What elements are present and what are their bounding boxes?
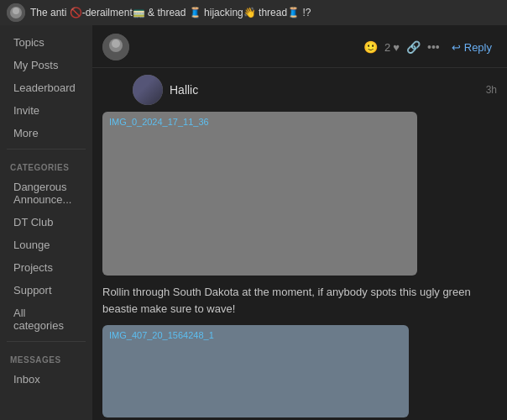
- reply-button[interactable]: ↩ Reply: [447, 39, 497, 56]
- sidebar-item-invite[interactable]: Invite: [3, 100, 89, 121]
- sidebar-item-topics[interactable]: Topics: [3, 32, 89, 53]
- heart-icon: ♥: [393, 41, 400, 54]
- post-actions: 🙂 2 ♥ 🔗 ••• ↩ Reply: [363, 39, 497, 56]
- post-image-2: IMG_407_20_1564248_1: [102, 325, 409, 417]
- avatar-image: [133, 75, 163, 105]
- sidebar-item-dangerous[interactable]: Dangerous Announce...: [3, 176, 89, 210]
- reply-label: Reply: [464, 41, 492, 54]
- hallic-avatar: [133, 75, 163, 105]
- messages-label: MESSAGES: [0, 347, 92, 367]
- like-count[interactable]: 2 ♥: [384, 41, 400, 54]
- thread-avatar: [102, 34, 129, 60]
- svg-point-2: [13, 8, 19, 14]
- sidebar-divider-2: [7, 341, 86, 342]
- reply-arrow-icon: ↩: [452, 41, 461, 54]
- sidebar: Topics My Posts Leaderboard Invite More …: [0, 25, 92, 420]
- sidebar-item-dt-club[interactable]: DT Club: [3, 212, 89, 233]
- content-area: 🙂 2 ♥ 🔗 ••• ↩ Reply Hallic 3h: [92, 25, 507, 420]
- sidebar-item-more[interactable]: More: [3, 123, 89, 144]
- sidebar-item-all-categories[interactable]: All categories: [3, 302, 89, 336]
- sidebar-item-inbox[interactable]: Inbox: [3, 369, 89, 390]
- topbar-title: The anti 🚫-derailment🚃 & thread 🧵 hijack…: [30, 7, 311, 18]
- sidebar-item-leaderboard[interactable]: Leaderboard: [3, 77, 89, 98]
- post-username: Hallic: [170, 83, 198, 97]
- post-body: Hallic 3h IMG_0_2024_17_11_36 Rollin thr…: [92, 68, 507, 420]
- post-text: Rollin through South Dakota at the momen…: [102, 284, 497, 317]
- image2-filename: IMG_407_20_1564248_1: [109, 330, 214, 340]
- main-layout: Topics My Posts Leaderboard Invite More …: [0, 25, 507, 420]
- sidebar-item-support[interactable]: Support: [3, 280, 89, 301]
- image1-filename: IMG_0_2024_17_11_36: [109, 117, 209, 127]
- svg-point-5: [112, 39, 120, 48]
- like-number: 2: [384, 41, 390, 54]
- post-user-row: Hallic 3h: [133, 75, 497, 105]
- forum-logo: [7, 3, 25, 22]
- more-icon[interactable]: •••: [427, 40, 440, 54]
- post-header-row: 🙂 2 ♥ 🔗 ••• ↩ Reply: [92, 25, 507, 68]
- post-time: 3h: [486, 84, 497, 96]
- post-image-1: IMG_0_2024_17_11_36: [102, 112, 417, 276]
- sidebar-item-projects[interactable]: Projects: [3, 257, 89, 278]
- sidebar-item-lounge[interactable]: Lounge: [3, 234, 89, 255]
- link-icon[interactable]: 🔗: [406, 40, 421, 54]
- topbar: The anti 🚫-derailment🚃 & thread 🧵 hijack…: [0, 0, 507, 25]
- emoji-react-icon[interactable]: 🙂: [363, 40, 378, 54]
- sidebar-item-my-posts[interactable]: My Posts: [3, 55, 89, 76]
- categories-label: CATEGORIES: [0, 155, 92, 175]
- sidebar-divider-1: [7, 149, 86, 150]
